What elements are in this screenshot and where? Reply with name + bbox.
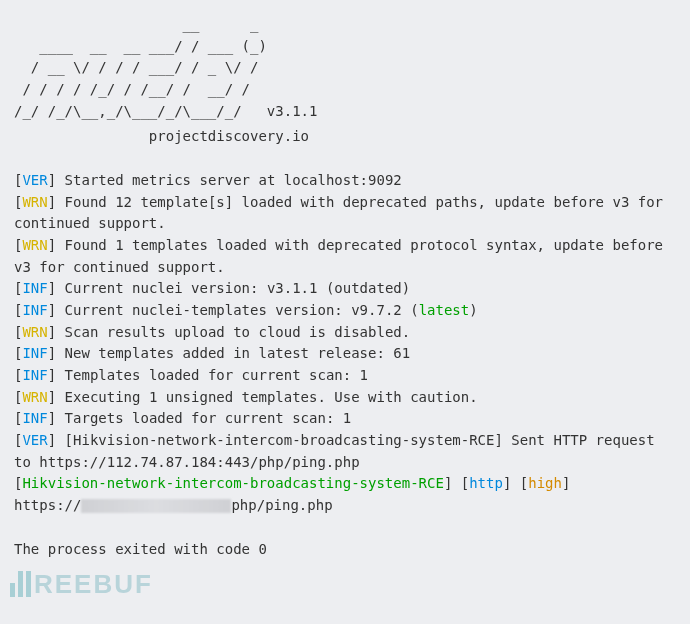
tag-inf: INF [22,302,47,318]
log-line: [WRN] Scan results upload to cloud is di… [14,322,676,344]
log-line: [INF] Current nuclei-templates version: … [14,300,676,322]
latest-tag: latest [419,302,470,318]
log-line: [INF] Current nuclei version: v3.1.1 (ou… [14,278,676,300]
result-url: https://php/ping.php [14,495,676,517]
tag-inf: INF [22,410,47,426]
protocol-label: http [469,475,503,491]
log-line: [WRN] Found 1 templates loaded with depr… [14,235,676,278]
tag-inf: INF [22,280,47,296]
severity-label: high [528,475,562,491]
log-line: [WRN] Found 12 template[s] loaded with d… [14,192,676,235]
exit-status: The process exited with code 0 [14,539,676,561]
tag-wrn: WRN [22,237,47,253]
tag-wrn: WRN [22,389,47,405]
log-line: [INF] Targets loaded for current scan: 1 [14,408,676,430]
tag-inf: INF [22,367,47,383]
blank [14,517,676,539]
result-line: [Hikvision-network-intercom-broadcasting… [14,473,676,495]
log-line: [INF] New templates added in latest rele… [14,343,676,365]
tag-wrn: WRN [22,194,47,210]
tag-wrn: WRN [22,324,47,340]
log-line: [VER] [Hikvision-network-intercom-broadc… [14,430,676,473]
template-id: Hikvision-network-intercom-broadcasting-… [22,475,443,491]
log-line: [WRN] Executing 1 unsigned templates. Us… [14,387,676,409]
tag-ver: VER [22,172,47,188]
log-line: [INF] Templates loaded for current scan:… [14,365,676,387]
tagline: projectdiscovery.io [14,126,676,148]
log-line: [VER] Started metrics server at localhos… [14,170,676,192]
blank [14,148,676,170]
watermark-bars-icon [10,571,31,597]
tag-ver: VER [22,432,47,448]
watermark: REEBUF [10,564,153,604]
redacted-host [81,499,231,513]
ascii-banner: __ _ ____ __ __ ___/ / ___ (_) / __ \/ /… [14,14,676,122]
tag-inf: INF [22,345,47,361]
